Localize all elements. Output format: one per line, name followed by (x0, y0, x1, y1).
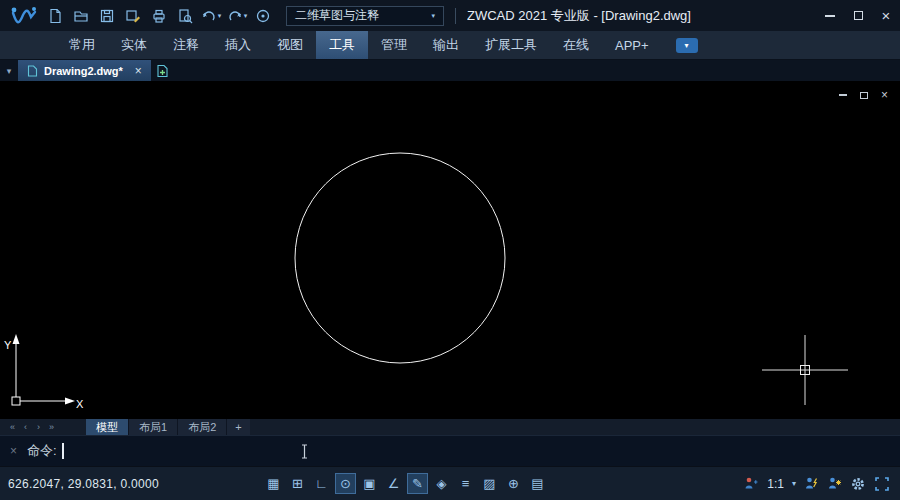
minimize-icon (825, 15, 835, 17)
coordinates-display[interactable]: 626.2047, 29.0831, 0.0000 (8, 477, 203, 491)
document-tab-bar: ▾ Drawing2.dwg* × (0, 60, 900, 81)
status-bar: 626.2047, 29.0831, 0.0000 ▦ ⊞ ∟ ⊙ ▣ ∠ ✎ … (0, 466, 900, 500)
mdi-restore-button[interactable] (860, 89, 868, 101)
save-as-button[interactable] (120, 4, 146, 28)
new-file-icon (47, 8, 63, 24)
add-layout-button[interactable]: + (227, 419, 249, 435)
next-layout-icon[interactable]: › (32, 419, 45, 435)
tab-view[interactable]: 视图 (264, 31, 316, 59)
status-toggle-lineweight[interactable]: ≡ (455, 473, 476, 494)
open-folder-icon (73, 8, 89, 24)
workspace-selector[interactable]: 二维草图与注释 ▾ (286, 6, 444, 26)
title-bar: ▾ ▾ 二维草图与注释 ▾ ZWCAD 2021 专业版 - [Drawing2… (0, 0, 900, 31)
tab-output[interactable]: 输出 (420, 31, 472, 59)
status-toggle-quick-properties[interactable]: ⊕ (503, 473, 524, 494)
tab-express-tools[interactable]: 扩展工具 (472, 31, 550, 59)
workspace-label: 二维草图与注释 (295, 7, 379, 24)
undo-button[interactable]: ▾ (198, 4, 224, 28)
mdi-close-button[interactable]: × (881, 89, 888, 101)
drawn-circle[interactable] (295, 153, 505, 363)
cloud-sync-icon (255, 8, 271, 24)
first-layout-icon[interactable]: « (6, 419, 19, 435)
maximize-button[interactable] (844, 0, 872, 31)
ribbon-collapse-button[interactable]: ▾ (676, 38, 698, 53)
layout-tab-bar: « ‹ › » 模型 布局1 布局2 + (0, 419, 900, 435)
ucs-y-label: Y (4, 339, 12, 351)
restore-icon (860, 92, 868, 99)
minimize-button[interactable] (816, 0, 844, 31)
document-tab-label: Drawing2.dwg* (44, 65, 123, 77)
status-toggle-dynamic-input[interactable]: ✎ (407, 473, 428, 494)
tab-online[interactable]: 在线 (550, 31, 602, 59)
fullscreen-icon[interactable] (874, 476, 890, 492)
redo-button[interactable]: ▾ (224, 4, 250, 28)
command-caret (62, 443, 64, 459)
print-preview-button[interactable] (172, 4, 198, 28)
open-file-button[interactable] (68, 4, 94, 28)
save-button[interactable] (94, 4, 120, 28)
chevron-down-icon: ▾ (244, 12, 248, 19)
crosshair-cursor (762, 335, 848, 405)
print-button[interactable] (146, 4, 172, 28)
text-cursor (300, 444, 309, 463)
annotation-scale-icon[interactable] (744, 476, 759, 491)
settings-gear-icon[interactable] (850, 476, 866, 492)
scale-display[interactable]: 1:1 (767, 477, 784, 491)
document-tab[interactable]: Drawing2.dwg* × (18, 60, 151, 81)
status-toggle-dynamic-ucs[interactable]: ◈ (431, 473, 452, 494)
tab-app-plus[interactable]: APP+ (602, 31, 662, 59)
close-button[interactable]: × (872, 0, 900, 31)
status-toggle-transparency[interactable]: ▨ (479, 473, 500, 494)
mdi-minimize-button[interactable] (839, 89, 847, 101)
zwcad-window: ▾ ▾ 二维草图与注释 ▾ ZWCAD 2021 专业版 - [Drawing2… (0, 0, 900, 500)
zwcad-logo-icon (6, 5, 42, 27)
titlebar-divider (455, 8, 456, 24)
status-toggle-polar-tracking[interactable]: ⊙ (335, 473, 356, 494)
close-command-panel-icon[interactable]: × (10, 444, 17, 458)
status-toggle-ortho[interactable]: ∟ (311, 473, 332, 494)
tab-solid[interactable]: 实体 (108, 31, 160, 59)
new-tab-button[interactable] (151, 60, 175, 81)
chevron-down-icon[interactable]: ▾ (792, 479, 796, 488)
tab-tools[interactable]: 工具 (316, 31, 368, 59)
tab-insert[interactable]: 插入 (212, 31, 264, 59)
chevron-down-icon: ▾ (431, 12, 435, 19)
cloud-sync-button[interactable] (250, 4, 276, 28)
window-title: ZWCAD 2021 专业版 - [Drawing2.dwg] (467, 7, 816, 25)
new-file-button[interactable] (42, 4, 68, 28)
tab-annotate[interactable]: 注释 (160, 31, 212, 59)
prev-layout-icon[interactable]: ‹ (19, 419, 32, 435)
quick-access-toolbar: ▾ ▾ (42, 4, 276, 28)
minimize-icon (839, 94, 847, 96)
status-toggles: ▦ ⊞ ∟ ⊙ ▣ ∠ ✎ ◈ ≡ ▨ ⊕ ▤ (263, 473, 548, 494)
status-right-cluster: 1:1 ▾ (744, 476, 892, 492)
status-toggle-object-snap-tracking[interactable]: ∠ (383, 473, 404, 494)
annotation-visibility-icon[interactable] (804, 476, 819, 491)
printer-icon (151, 8, 167, 24)
drawing-file-icon (27, 65, 38, 77)
mdi-window-controls: × (839, 89, 888, 101)
auto-annotation-icon[interactable] (827, 476, 842, 491)
status-toggle-grid[interactable]: ▦ (263, 473, 284, 494)
status-toggle-object-snap[interactable]: ▣ (359, 473, 380, 494)
close-icon: × (881, 88, 888, 102)
save-as-icon (125, 8, 141, 24)
tab-list-icon[interactable]: ▾ (0, 60, 18, 81)
tab-model[interactable]: 模型 (86, 419, 129, 435)
command-line[interactable]: × 命令: (0, 435, 900, 466)
window-controls: × (816, 0, 900, 31)
close-tab-icon[interactable]: × (135, 64, 142, 78)
last-layout-icon[interactable]: » (45, 419, 58, 435)
new-drawing-icon (156, 64, 170, 78)
tab-layout1[interactable]: 布局1 (129, 419, 178, 435)
ribbon-tab-bar: 常用 实体 注释 插入 视图 工具 管理 输出 扩展工具 在线 APP+ ▾ (0, 31, 900, 60)
status-toggle-cycle-select[interactable]: ▤ (527, 473, 548, 494)
status-toggle-snap[interactable]: ⊞ (287, 473, 308, 494)
ucs-x-label: X (76, 398, 84, 410)
tab-manage[interactable]: 管理 (368, 31, 420, 59)
drawing-canvas[interactable]: Y X × (0, 81, 900, 419)
chevron-down-icon: ▾ (685, 41, 689, 50)
tab-layout2[interactable]: 布局2 (178, 419, 227, 435)
ucs-icon: Y X (4, 334, 84, 410)
tab-home[interactable]: 常用 (56, 31, 108, 59)
